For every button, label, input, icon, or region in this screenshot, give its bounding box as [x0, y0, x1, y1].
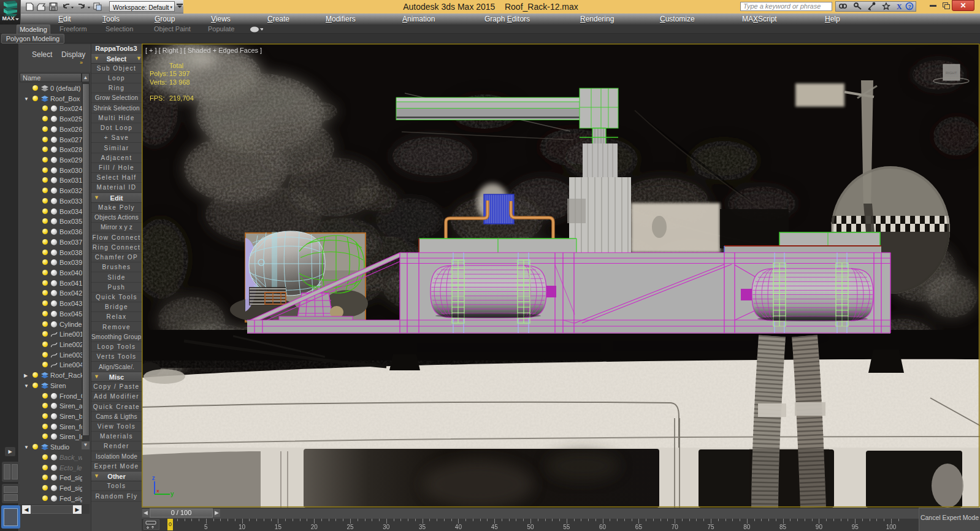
- svg-text:z: z: [152, 475, 155, 481]
- svg-text:?: ?: [908, 4, 912, 10]
- svg-text:X: X: [897, 2, 902, 11]
- svg-text:x: x: [156, 488, 159, 494]
- svg-text:y: y: [170, 491, 174, 497]
- svg-text:RIGHT: RIGHT: [946, 71, 957, 75]
